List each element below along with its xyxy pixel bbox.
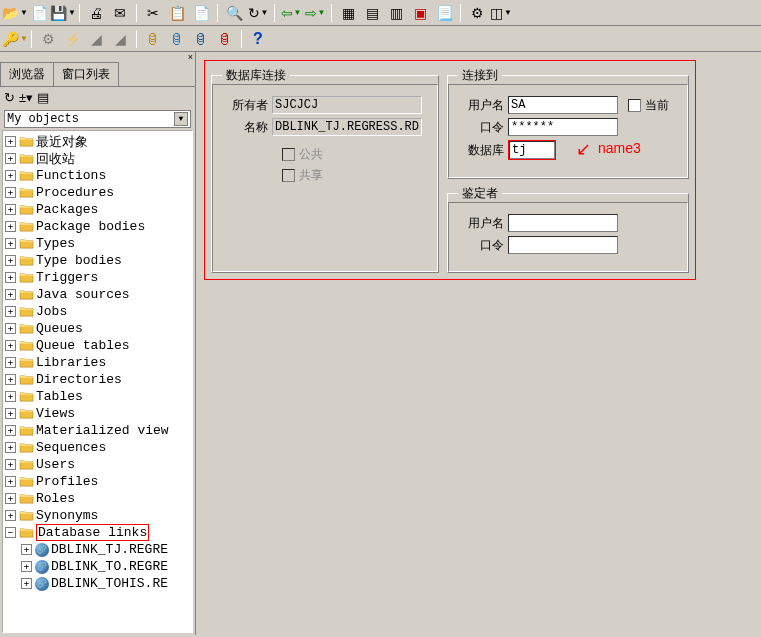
- gear-button[interactable]: ⚙: [37, 28, 59, 50]
- expander-icon[interactable]: −: [5, 527, 16, 538]
- expander-icon[interactable]: +: [5, 255, 16, 266]
- expander-icon[interactable]: +: [5, 306, 16, 317]
- expander-icon[interactable]: +: [5, 204, 16, 215]
- cut-button[interactable]: ✂: [142, 2, 164, 24]
- db4-button[interactable]: 🛢: [214, 28, 236, 50]
- tree-item-roles[interactable]: +Roles: [3, 490, 192, 507]
- back-button[interactable]: ⇦▼: [280, 2, 302, 24]
- tree-item-package-bodies[interactable]: +Package bodies: [3, 218, 192, 235]
- copy-button[interactable]: 📋: [166, 2, 188, 24]
- layout2-button[interactable]: ▤: [361, 2, 383, 24]
- tree-item-jobs[interactable]: +Jobs: [3, 303, 192, 320]
- tree-item-triggers[interactable]: +Triggers: [3, 269, 192, 286]
- tree-item-views[interactable]: +Views: [3, 405, 192, 422]
- object-tree[interactable]: +最近对象+回收站+Functions+Procedures+Packages+…: [2, 130, 193, 633]
- layout1-button[interactable]: ▦: [337, 2, 359, 24]
- tab-browser[interactable]: 浏览器: [0, 62, 54, 86]
- paste-button[interactable]: 📄: [190, 2, 212, 24]
- key-button[interactable]: 🔑▼: [4, 28, 26, 50]
- expander-icon[interactable]: +: [5, 442, 16, 453]
- expander-icon[interactable]: +: [21, 561, 32, 572]
- tree-filter-icon[interactable]: ▤: [37, 90, 49, 105]
- tree-item-queue-tables[interactable]: +Queue tables: [3, 337, 192, 354]
- expander-icon[interactable]: +: [5, 272, 16, 283]
- forward-button[interactable]: ⇨▼: [304, 2, 326, 24]
- filter-button[interactable]: ◫▼: [490, 2, 512, 24]
- expander-icon[interactable]: +: [5, 357, 16, 368]
- exec-button[interactable]: ▣: [409, 2, 431, 24]
- dblink-item[interactable]: +🔗DBLINK_TOHIS.RE: [3, 575, 192, 592]
- expander-icon[interactable]: +: [5, 391, 16, 402]
- print-button[interactable]: 🖨: [85, 2, 107, 24]
- tree-item-type-bodies[interactable]: +Type bodies: [3, 252, 192, 269]
- dblink-item[interactable]: +🔗DBLINK_TJ.REGRE: [3, 541, 192, 558]
- panel-close-icon[interactable]: ×: [0, 52, 195, 62]
- expander-icon[interactable]: +: [5, 510, 16, 521]
- find-button[interactable]: 🔍: [223, 2, 245, 24]
- db1-button[interactable]: 🛢: [142, 28, 164, 50]
- conn-db-input[interactable]: [509, 141, 555, 159]
- open-button[interactable]: 📂▼: [4, 2, 26, 24]
- expander-icon[interactable]: +: [5, 289, 16, 300]
- mail-button[interactable]: ✉: [109, 2, 131, 24]
- objects-combo[interactable]: My objects ▼: [4, 110, 191, 128]
- conn-pwd-input[interactable]: [508, 118, 618, 136]
- db2-button[interactable]: 🛢: [166, 28, 188, 50]
- expander-icon[interactable]: +: [5, 323, 16, 334]
- tree-item-回收站[interactable]: +回收站: [3, 150, 192, 167]
- expander-icon[interactable]: +: [5, 136, 16, 147]
- expander-icon[interactable]: +: [5, 187, 16, 198]
- expander-icon[interactable]: +: [5, 459, 16, 470]
- expander-icon[interactable]: +: [5, 153, 16, 164]
- auth-user-input[interactable]: [508, 214, 618, 232]
- folder-icon: [19, 220, 34, 233]
- tree-item-java-sources[interactable]: +Java sources: [3, 286, 192, 303]
- redo-button[interactable]: ↻▼: [247, 2, 269, 24]
- tree-item-synonyms[interactable]: +Synonyms: [3, 507, 192, 524]
- tree-item-procedures[interactable]: +Procedures: [3, 184, 192, 201]
- tree-item-materialized-view[interactable]: +Materialized view: [3, 422, 192, 439]
- script-button[interactable]: 📃: [433, 2, 455, 24]
- tree-item-packages[interactable]: +Packages: [3, 201, 192, 218]
- tree-item-最近对象[interactable]: +最近对象: [3, 133, 192, 150]
- refresh-icon[interactable]: ↻: [4, 90, 15, 105]
- tree-item-functions[interactable]: +Functions: [3, 167, 192, 184]
- bolt-button[interactable]: ⚡: [61, 28, 83, 50]
- expander-icon[interactable]: +: [5, 374, 16, 385]
- expander-icon[interactable]: +: [5, 238, 16, 249]
- tree-item-sequences[interactable]: +Sequences: [3, 439, 192, 456]
- current-checkbox[interactable]: [628, 99, 641, 112]
- db3-button[interactable]: 🛢: [190, 28, 212, 50]
- expander-icon[interactable]: +: [5, 408, 16, 419]
- auth-pwd-input[interactable]: [508, 236, 618, 254]
- tree-item-types[interactable]: +Types: [3, 235, 192, 252]
- tree-item-tables[interactable]: +Tables: [3, 388, 192, 405]
- stack1-button[interactable]: ◢: [85, 28, 107, 50]
- expander-icon[interactable]: +: [5, 425, 16, 436]
- expander-icon[interactable]: +: [5, 170, 16, 181]
- expander-icon[interactable]: +: [21, 544, 32, 555]
- save-button[interactable]: 💾▼: [52, 2, 74, 24]
- tree-item-queues[interactable]: +Queues: [3, 320, 192, 337]
- tree-item-database-links[interactable]: −Database links: [3, 524, 192, 541]
- layout3-button[interactable]: ▥: [385, 2, 407, 24]
- help-button[interactable]: ?: [247, 28, 269, 50]
- stack2-button[interactable]: ◢: [109, 28, 131, 50]
- tree-item-users[interactable]: +Users: [3, 456, 192, 473]
- expander-icon[interactable]: +: [5, 476, 16, 487]
- expander-icon[interactable]: +: [5, 493, 16, 504]
- tree-item-libraries[interactable]: +Libraries: [3, 354, 192, 371]
- fieldset-db-conn: 数据库连接 所有者 名称 公共 共享: [211, 67, 439, 273]
- expander-icon[interactable]: +: [5, 221, 16, 232]
- new-button[interactable]: 📄: [28, 2, 50, 24]
- tree-item-profiles[interactable]: +Profiles: [3, 473, 192, 490]
- dblink-item[interactable]: +🔗DBLINK_TO.REGRE: [3, 558, 192, 575]
- expander-icon[interactable]: +: [5, 340, 16, 351]
- tab-window-list[interactable]: 窗口列表: [53, 62, 119, 86]
- tree-item-directories[interactable]: +Directories: [3, 371, 192, 388]
- expander-icon[interactable]: +: [21, 578, 32, 589]
- expand-icon[interactable]: ±▾: [19, 90, 33, 105]
- settings-button[interactable]: ⚙: [466, 2, 488, 24]
- conn-user-input[interactable]: [508, 96, 618, 114]
- combo-dropdown-icon[interactable]: ▼: [174, 112, 188, 126]
